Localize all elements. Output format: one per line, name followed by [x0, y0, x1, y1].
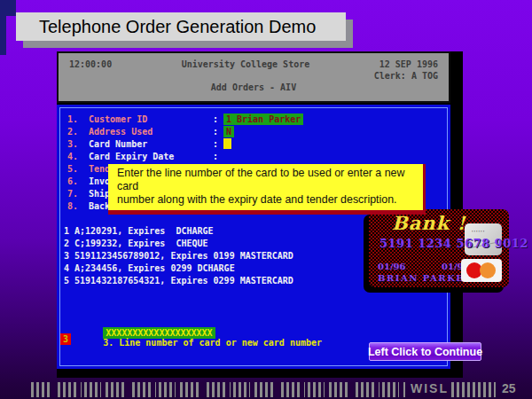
field-number: 4. [67, 151, 89, 163]
field-label: Invo [89, 176, 110, 186]
card-list-line: 4 A;234456, Expires 0299 DCHARGE [64, 262, 293, 275]
field-number: 5. [67, 163, 89, 176]
field-number: 6. [67, 176, 89, 188]
hologram-marks: '''''' [472, 229, 485, 237]
page-title: Telephone Order Generation Demo [16, 12, 346, 41]
bank-card: Bank ! '''''' 5191 1234 5678 9012 01/96 … [369, 209, 509, 287]
form-field-row: 4.Card Expiry Date: [67, 151, 303, 163]
footer-barcode-left [31, 382, 405, 397]
tooltip-line: number along with the expiry date and te… [117, 193, 396, 206]
bank-card-brand: Bank ! [392, 212, 466, 234]
card-list-line: 2 C;199232, Expires CHEQUE [64, 238, 293, 250]
mode-label: Add Orders - AIV [59, 81, 449, 92]
input-prompt: 3. Line number of card or new card numbe… [103, 338, 322, 348]
field-number: 1. [67, 113, 89, 126]
bank-card-holder: BRIAN PARKER [378, 273, 473, 283]
field-label: Tend [89, 164, 110, 174]
field-colon: : [213, 126, 223, 138]
bank-card-number: 5191 1234 5678 9012 [379, 237, 528, 250]
field-value: N [223, 126, 234, 137]
bank-card-valid-from: 01/96 [378, 262, 405, 271]
field-number: 2. [67, 126, 89, 138]
date-label: 12 SEP 1996 [379, 59, 438, 69]
logo-orange-circle-icon [480, 262, 496, 278]
tooltip-line: Enter the line number of the card to be … [117, 167, 404, 192]
form-field-row: 2.Address Used:N [67, 126, 303, 138]
field-colon: : [213, 151, 223, 163]
field-label: Customer ID [89, 113, 213, 126]
footer-barcode-right [451, 382, 496, 397]
continue-button[interactable]: Left Click to Continue [369, 342, 481, 361]
card-list-line: 5 5191432187654321, Expires 0299 MASTERC… [64, 275, 293, 287]
input-row: XXXXXXXXXXXXXXXXXXXX 3. Line number of c… [60, 318, 322, 357]
field-number: 7. [67, 188, 89, 200]
terminal-header: 12:00:00 University College Store 12 SEP… [57, 51, 450, 103]
slide: Telephone Order Generation Demo 12:00:00… [0, 0, 532, 399]
corner-accent-square [0, 0, 16, 16]
footer-brand: WISL [411, 381, 449, 395]
field-label: Card Number [89, 138, 213, 151]
terminal-header-row1: 12:00:00 University College Store 12 SEP… [59, 53, 449, 69]
footer-page-number: 25 [502, 381, 516, 395]
card-list-line: 3 5191123456789012, Expires 0199 MASTERC… [64, 250, 293, 262]
form-field-row: 3.Card Number: [67, 138, 303, 151]
clock-time: 12:00:00 [69, 59, 112, 69]
page-title-text: Telephone Order Generation Demo [39, 17, 316, 37]
field-label: Ship [89, 189, 110, 199]
field-colon: : [213, 113, 223, 126]
entered-value: 3 [60, 333, 71, 345]
field-number: 8. [67, 200, 89, 213]
card-logo-icon [461, 259, 502, 282]
clerk-label: Clerk: A TOG [59, 69, 449, 81]
form-field-row: 1.Customer ID:1 Brian Parker [67, 113, 303, 126]
field-value: 1 Brian Parker [223, 113, 303, 125]
field-label: Address Used [89, 126, 213, 138]
field-label: Card Expiry Date [89, 151, 213, 163]
text-cursor[interactable] [223, 138, 231, 149]
card-list: 1 A;120291, Expires DCHARGE2 C;199232, E… [64, 225, 293, 287]
tooltip: Enter the line number of the card to be … [108, 164, 426, 215]
field-number: 3. [67, 138, 89, 151]
store-name: University College Store [182, 59, 310, 69]
card-list-line: 1 A;120291, Expires DCHARGE [64, 225, 293, 238]
field-colon: : [213, 138, 223, 151]
